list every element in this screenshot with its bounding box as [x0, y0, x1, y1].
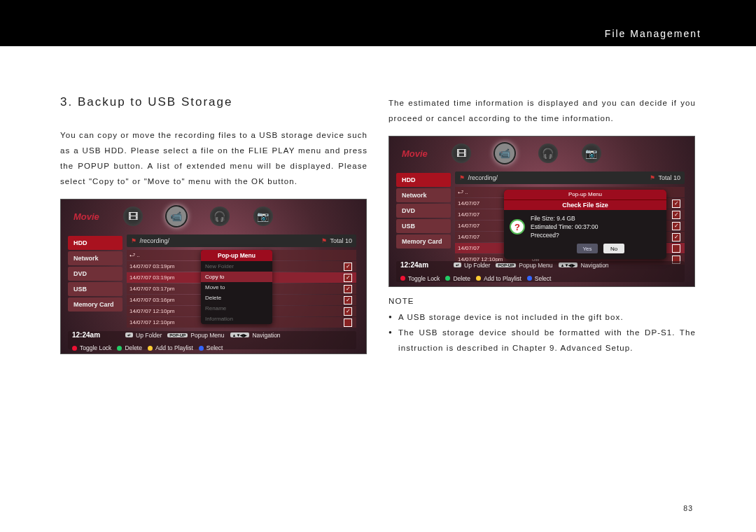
question-mark-icon: ? — [510, 219, 525, 234]
note-item: A USB storage device is not included in … — [388, 309, 696, 325]
no-button[interactable]: No — [603, 244, 624, 253]
yellow-dot-icon — [148, 346, 153, 351]
popup-information[interactable]: Information — [201, 314, 272, 324]
flag-icon: ⚑ — [459, 174, 465, 181]
return-icon: ↵ — [125, 332, 133, 337]
green-dot-icon — [445, 276, 450, 281]
side-dvd[interactable]: DVD — [68, 267, 122, 281]
popup-pill-icon: POP-UP — [496, 263, 516, 267]
side-dvd[interactable]: DVD — [396, 204, 451, 218]
path-text: /recording/ — [140, 237, 170, 244]
popup-copy-to[interactable]: Copy to — [201, 272, 272, 282]
movie-label: Movie — [402, 148, 428, 159]
popup-pill-icon: POP-UP — [167, 333, 188, 337]
note-heading: NOTE — [388, 297, 696, 305]
yellow-dot-icon — [476, 276, 481, 281]
side-usb[interactable]: USB — [396, 219, 451, 233]
popup-rename[interactable]: Rename — [201, 303, 272, 314]
return-icon: ↵ — [454, 262, 461, 267]
total-text: Total 10 — [330, 237, 352, 244]
ss1-footer: 12:24am ↵Up Folder POP-UPPopup Menu ▲▼◀▶… — [68, 331, 356, 349]
right-para: The estimated time information is displa… — [388, 95, 696, 126]
clock: 12:24am — [72, 331, 120, 339]
note-list: A USB storage device is not included in … — [388, 309, 696, 356]
dialog-text: File Size: 9.4 GB Estimated Time: 00:37:… — [531, 214, 598, 239]
headphones-icon: 🎧 — [538, 144, 558, 163]
side-network[interactable]: Network — [68, 251, 122, 265]
screenshot-check-file-size: Movie 🎞 📹 🎧 📷 HDD Network DVD USB Memory… — [388, 136, 695, 287]
popup-title: Pop-up Menu — [201, 250, 272, 261]
camera-icon: 📷 — [253, 206, 273, 226]
side-memcard[interactable]: Memory Card — [68, 298, 122, 312]
flag-icon: ⚑ — [650, 174, 655, 181]
popup-new-folder[interactable]: New Folder — [201, 261, 272, 272]
header-section-title: File Management — [605, 28, 701, 39]
left-column: 3. Backup to USB Storage You can copy or… — [60, 46, 368, 356]
side-memcard[interactable]: Memory Card — [396, 234, 451, 248]
camera-icon: 📷 — [582, 144, 601, 163]
side-hdd[interactable]: HDD — [396, 173, 451, 187]
blue-dot-icon — [199, 346, 204, 351]
ss1-topbar: Movie 🎞 📹 🎧 📷 — [74, 204, 354, 229]
left-para: You can copy or move the recording files… — [60, 127, 368, 189]
popup-move-to[interactable]: Move to — [201, 282, 272, 293]
ss1-sidebar: HDD Network DVD USB Memory Card — [68, 236, 122, 313]
popup-delete[interactable]: Delete — [201, 293, 272, 303]
section-heading: 3. Backup to USB Storage — [60, 95, 368, 109]
page-number: 83 — [683, 504, 693, 512]
red-dot-icon — [400, 276, 405, 281]
ss2-pathbar: ⚑ /recording/ ⚑ Total 10 — [455, 172, 685, 184]
nav-pill-icon: ▲▼◀▶ — [230, 332, 250, 337]
blue-dot-icon — [527, 276, 532, 281]
ss2-topbar: Movie 🎞 📹 🎧 📷 — [402, 141, 682, 166]
side-hdd[interactable]: HDD — [68, 236, 122, 250]
red-dot-icon — [72, 346, 77, 351]
ss1-pathbar: ⚑ /recording/ ⚑ Total 10 — [127, 234, 356, 247]
nav-pill-icon: ▲▼◀▶ — [559, 262, 578, 267]
headphones-icon: 🎧 — [210, 206, 230, 226]
page-body: 3. Backup to USB Storage You can copy or… — [0, 46, 756, 356]
dialog-popup-label: Pop-up Menu — [504, 190, 666, 200]
green-dot-icon — [117, 346, 122, 351]
movie-reel-icon: 🎞 — [451, 144, 471, 163]
camcorder-icon: 📹 — [167, 206, 186, 226]
movie-reel-icon: 🎞 — [123, 206, 143, 226]
flag-icon: ⚑ — [321, 237, 327, 244]
camcorder-icon: 📹 — [495, 144, 514, 163]
clock: 12:24am — [400, 261, 448, 269]
side-usb[interactable]: USB — [68, 282, 122, 296]
check-file-size-dialog: Pop-up Menu Check File Size ? File Size:… — [504, 190, 666, 259]
side-network[interactable]: Network — [396, 188, 451, 202]
movie-label: Movie — [74, 211, 99, 222]
yes-button[interactable]: Yes — [577, 244, 598, 253]
screenshot-popup-menu: Movie 🎞 📹 🎧 📷 HDD Network DVD USB Memory… — [60, 199, 367, 354]
ss2-footer: 12:24am ↵Up Folder POP-UPPopup Menu ▲▼◀▶… — [396, 261, 685, 282]
flag-icon: ⚑ — [131, 237, 136, 244]
ss2-sidebar: HDD Network DVD USB Memory Card — [396, 173, 451, 250]
doc-header: File Management — [0, 0, 756, 46]
popup-menu: Pop-up Menu New Folder Copy to Move to D… — [201, 250, 272, 324]
note-item: The USB storage device should be formatt… — [388, 325, 696, 356]
right-column: The estimated time information is displa… — [388, 46, 696, 356]
dialog-title: Check File Size — [504, 200, 666, 210]
